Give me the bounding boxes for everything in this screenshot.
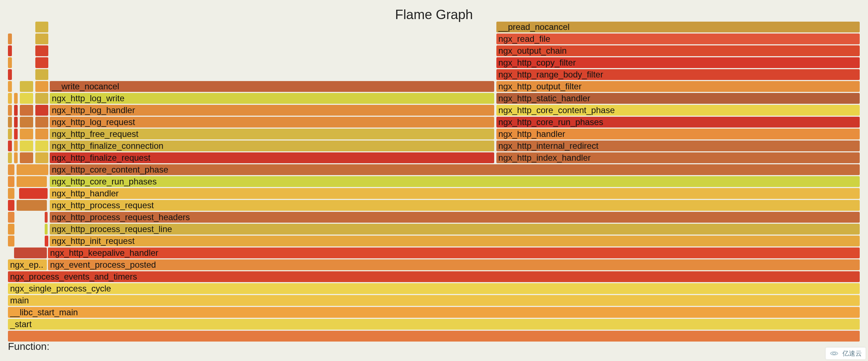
frame-unnamed[interactable] — [19, 188, 48, 199]
frame-unnamed[interactable] — [8, 34, 12, 44]
frame-unnamed[interactable] — [8, 164, 14, 175]
frame-ngx-http-log-write[interactable]: ngx_http_log_write — [50, 93, 494, 104]
frame--pread-nocancel[interactable]: __pread_nocancel — [496, 22, 860, 32]
frame-unnamed[interactable] — [45, 224, 48, 235]
frame-ngx-process-events-and-timers[interactable]: ngx_process_events_and_timers — [8, 271, 860, 282]
frame-unnamed[interactable] — [8, 224, 14, 235]
frame-unnamed[interactable] — [20, 152, 33, 163]
frame-unnamed[interactable] — [35, 105, 49, 116]
frame-ngx-http-core-run-phases[interactable]: ngx_http_core_run_phases — [496, 117, 860, 128]
frame-ngx-http-process-request[interactable]: ngx_http_process_request — [50, 200, 860, 211]
frame-ngx-http-finalize-connection[interactable]: ngx_http_finalize_connection — [50, 141, 494, 151]
frame-unnamed[interactable] — [14, 117, 18, 128]
frame-unnamed[interactable] — [45, 212, 48, 223]
frame-ngx-output-chain[interactable]: ngx_output_chain — [496, 45, 860, 56]
frame-unnamed[interactable] — [35, 22, 49, 32]
frame-main[interactable]: main — [8, 295, 860, 306]
frame-label: ngx_output_chain — [499, 46, 567, 55]
frame-ngx-http-handler[interactable]: ngx_http_handler — [50, 188, 860, 199]
frame-ngx-http-log-request[interactable]: ngx_http_log_request — [50, 117, 494, 128]
frame-ngx-http-core-run-phases[interactable]: ngx_http_core_run_phases — [50, 176, 860, 187]
frame-unnamed[interactable] — [35, 141, 49, 151]
frame-unnamed[interactable] — [8, 45, 12, 56]
frame-unnamed[interactable] — [8, 69, 12, 80]
frame-ngx-http-internal-redirect[interactable]: ngx_http_internal_redirect — [496, 141, 860, 151]
frame-label: ngx_http_core_content_phase — [499, 105, 615, 115]
frame-unnamed[interactable] — [35, 69, 49, 80]
frame-unnamed[interactable] — [17, 200, 47, 211]
frame-ngx-http-keepalive-handler[interactable]: ngx_http_keepalive_handler — [48, 248, 860, 258]
frame-unnamed[interactable] — [14, 93, 18, 104]
frame-label: ngx_process_events_and_timers — [10, 272, 137, 281]
frame-unnamed[interactable] — [8, 176, 14, 187]
frame-unnamed[interactable] — [8, 141, 12, 151]
frame-unnamed[interactable] — [20, 93, 33, 104]
frame-unnamed[interactable] — [14, 141, 18, 151]
frame-unnamed[interactable] — [8, 93, 12, 104]
frame-label: ngx_http_handler — [499, 129, 565, 139]
frame-unnamed[interactable] — [20, 117, 33, 128]
frame-label: ngx_http_handler — [52, 188, 119, 198]
frame-unnamed[interactable] — [8, 117, 12, 128]
frame-label: ngx_read_file — [499, 34, 550, 44]
frame-unnamed[interactable] — [20, 141, 33, 151]
frame-unnamed[interactable] — [8, 152, 12, 163]
frame-label: ngx_http_process_request — [52, 200, 154, 210]
frame-label: main — [10, 295, 29, 305]
frame-ngx-single-process-cycle[interactable]: ngx_single_process_cycle — [8, 283, 860, 294]
frame-unnamed[interactable] — [35, 93, 49, 104]
frame-unnamed[interactable] — [8, 200, 14, 211]
frame-unnamed[interactable] — [14, 248, 47, 258]
frame-ngx-http-process-request-headers[interactable]: ngx_http_process_request_headers — [50, 212, 860, 223]
frame-unnamed[interactable] — [8, 129, 12, 139]
frame-unnamed[interactable] — [35, 117, 49, 128]
frame-unnamed[interactable] — [14, 152, 18, 163]
frame-ngx-http-core-content-phase[interactable]: ngx_http_core_content_phase — [50, 164, 860, 175]
frame-unnamed[interactable] — [17, 176, 47, 187]
frame-unnamed[interactable] — [35, 81, 49, 92]
frame-unnamed[interactable] — [14, 129, 18, 139]
frame-unnamed[interactable] — [8, 105, 12, 116]
frame-ngx-http-output-filter[interactable]: ngx_http_output_filter — [496, 81, 860, 92]
frame-unnamed[interactable] — [35, 57, 49, 68]
frame--libc-start-main[interactable]: __libc_start_main — [8, 307, 860, 318]
frame-ngx-http-init-request[interactable]: ngx_http_init_request — [50, 236, 860, 246]
frame-unnamed[interactable] — [8, 57, 12, 68]
frame-unnamed[interactable] — [8, 212, 14, 223]
frame-unnamed[interactable] — [8, 331, 860, 342]
frame-unnamed[interactable] — [8, 236, 14, 246]
frame-ngx-read-file[interactable]: ngx_read_file — [496, 34, 860, 44]
frame-ngx-http-range-body-filter[interactable]: ngx_http_range_body_filter — [496, 69, 860, 80]
frame-unnamed[interactable] — [45, 236, 49, 246]
frame-label: ngx_single_process_cycle — [10, 284, 111, 293]
frame--start[interactable]: _start — [8, 319, 860, 330]
frame-unnamed[interactable] — [20, 105, 33, 116]
frame-label: ngx_http_finalize_connection — [52, 141, 164, 151]
frame-ngx-http-log-handler[interactable]: ngx_http_log_handler — [50, 105, 494, 116]
frame-ngx-event-process-posted[interactable]: ngx_event_process_posted — [48, 259, 860, 270]
frame-unnamed[interactable] — [20, 129, 33, 139]
frame-ngx-http-handler[interactable]: ngx_http_handler — [496, 129, 860, 139]
frame-unnamed[interactable] — [35, 152, 49, 163]
frame-ngx-http-copy-filter[interactable]: ngx_http_copy_filter — [496, 57, 860, 68]
frame-ngx-http-finalize-request[interactable]: ngx_http_finalize_request — [50, 152, 494, 163]
frame-ngx-http-static-handler[interactable]: ngx_http_static_handler — [496, 93, 860, 104]
frame-label: ngx_http_keepalive_handler — [50, 248, 158, 258]
frame-label: __libc_start_main — [10, 307, 78, 317]
frame-ngx-http-free-request[interactable]: ngx_http_free_request — [50, 129, 494, 139]
frame-unnamed[interactable] — [14, 105, 18, 116]
frame-unnamed[interactable] — [35, 45, 49, 56]
frame-ngx-http-index-handler[interactable]: ngx_http_index_handler — [496, 152, 860, 163]
frame-ngx-http-process-request-line[interactable]: ngx_http_process_request_line — [50, 224, 860, 235]
frame-unnamed[interactable] — [20, 81, 33, 92]
frame-unnamed[interactable] — [17, 164, 49, 175]
frame-ngx-ep-[interactable]: ngx_ep.. — [8, 259, 47, 270]
frame-unnamed[interactable] — [35, 34, 49, 44]
frame-unnamed[interactable] — [35, 129, 49, 139]
frame-ngx-http-core-content-phase[interactable]: ngx_http_core_content_phase — [496, 105, 860, 116]
chart-title: Flame Graph — [0, 7, 868, 22]
frame-unnamed[interactable] — [8, 81, 12, 92]
frame--write-nocancel[interactable]: __write_nocancel — [50, 81, 494, 92]
frame-unnamed[interactable] — [8, 188, 14, 199]
frame-label: __write_nocancel — [52, 81, 119, 91]
